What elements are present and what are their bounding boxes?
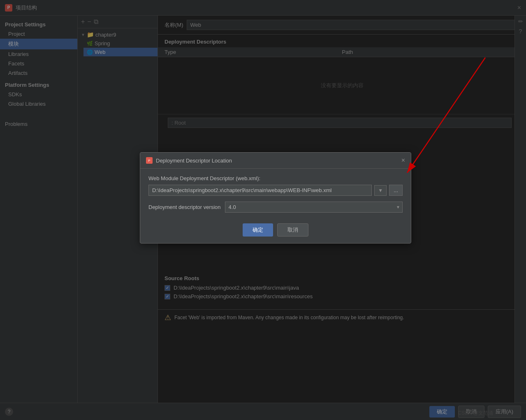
version-row: Deployment descriptor version 4.0 3.1 3.… [148,202,403,213]
web-module-label: Web Module Deployment Descriptor (web.xm… [148,175,403,181]
version-field: 4.0 3.1 3.0 ▼ [225,202,403,213]
web-xml-path-input[interactable] [148,185,372,196]
modal-footer: 确定 取消 [140,219,411,243]
modal-close-button[interactable]: × [401,157,405,164]
modal-cancel-button[interactable]: 取消 [277,223,308,237]
modal-ok-button[interactable]: 确定 [243,223,273,237]
deployment-descriptor-dialog: P Deployment Descriptor Location × Web M… [140,152,411,244]
version-select[interactable]: 4.0 3.1 3.0 [225,202,403,213]
web-xml-browse-button[interactable]: ... [389,185,403,196]
modal-title: Deployment Descriptor Location [156,158,398,164]
web-module-field-row: ▼ ... [148,185,403,196]
web-xml-dropdown-button[interactable]: ▼ [374,185,387,196]
modal-titlebar: P Deployment Descriptor Location × [140,153,411,169]
version-label: Deployment descriptor version [148,204,221,210]
modal-app-icon: P [146,157,153,164]
modal-body: Web Module Deployment Descriptor (web.xm… [140,169,411,219]
